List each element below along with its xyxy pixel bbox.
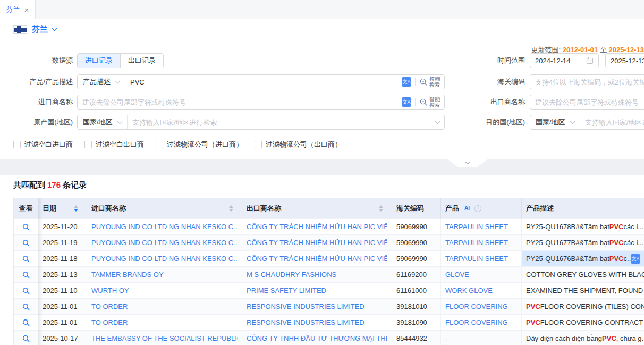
data-source-option[interactable]: 进口记录 <box>78 54 120 68</box>
chevron-down-icon[interactable] <box>435 119 440 124</box>
results-table: 查看 日期 进口商名称 出口商名称 海关编码 产品 AI i <box>13 198 644 345</box>
translate-icon[interactable]: 文A <box>402 97 411 107</box>
country-header[interactable]: 芬兰 <box>13 24 56 35</box>
importer-link[interactable]: TO ORDER <box>91 302 128 310</box>
exporter-cell: M S CHAUDHRY FASHIONS <box>242 267 392 282</box>
importer-link[interactable]: WURTH OY <box>91 287 129 294</box>
hs-code-input[interactable] <box>530 74 644 89</box>
header-product: 产品 AI i <box>441 198 522 218</box>
tab-close-icon[interactable]: × <box>24 6 29 14</box>
tab-label: 芬兰 <box>6 5 20 14</box>
importer-cell: TO ORDER <box>87 315 242 330</box>
exporter-cell: CÔNG TY TNHH ĐẦU TƯ THƯƠNG MẠI THI... <box>242 331 392 345</box>
origin-country-input[interactable] <box>128 115 436 129</box>
checkbox-box-icon[interactable] <box>84 141 92 148</box>
product-link[interactable]: TARPAULIN SHEET <box>445 223 508 231</box>
filter-checkbox[interactable]: 过滤空白出口商 <box>84 140 144 149</box>
checkbox-box-icon[interactable] <box>13 141 21 148</box>
sort-icons-exporter[interactable] <box>379 205 383 212</box>
importer-cell: THE EMBASSY OF THE SOCIALIST REPUBLIC... <box>87 331 242 345</box>
date-from-input[interactable]: 2024-12-14 <box>530 53 599 68</box>
hs-code-cell: 61161000 <box>392 283 441 298</box>
product-cell: TARPAULIN SHEET <box>441 235 522 250</box>
date-cell: 2025-11-01 <box>38 315 87 330</box>
product-link[interactable]: TARPAULIN SHEET <box>445 239 508 247</box>
description-text: PY25-QU1678B#&Tấm bạt <box>526 223 609 231</box>
fuzzy-search-button[interactable]: 模糊 搜索 <box>419 77 440 88</box>
update-range-to: 2025-12-13 <box>609 46 644 54</box>
importer-link[interactable]: PUYOUNG IND CO LTD NG NHAN KESKO C... <box>91 239 238 247</box>
origin-country-select[interactable]: 国家/地区 <box>78 115 128 129</box>
view-detail-button[interactable] <box>14 315 38 330</box>
exporter-cell: PRIME SAFETY LIMITED <box>242 283 392 298</box>
description-cell: COTTON GREY GLOVES WITH BLACK... <box>522 267 644 282</box>
importer-link[interactable]: THE EMBASSY OF THE SOCIALIST REPUBLIC... <box>91 334 238 342</box>
importer-link[interactable]: PUYOUNG IND CO LTD NG NHAN KESKO C... <box>91 255 238 263</box>
product-search-input[interactable] <box>125 75 397 89</box>
product-type-select[interactable]: 产品描述 <box>78 75 125 89</box>
exporter-name-input[interactable] <box>530 95 644 110</box>
data-source-label: 数据源 <box>4 53 73 68</box>
destination-country-input[interactable] <box>580 115 644 129</box>
exporter-cell: RESPONSIVE INDUSTRIES LIMITED <box>242 315 392 330</box>
magnifier-icon <box>419 98 428 106</box>
filter-checkbox[interactable]: 过滤物流公司（出口商） <box>255 140 342 149</box>
exporter-cell: CÔNG TY TRÁCH NHIỆM HỮU HẠN PIC VIỆ... <box>242 251 392 266</box>
view-detail-button[interactable] <box>14 235 38 250</box>
filter-checkbox[interactable]: 过滤物流公司（进口商） <box>156 140 243 149</box>
exporter-link[interactable]: PRIME SAFETY LIMITED <box>247 287 326 294</box>
product-link[interactable]: TARPAULIN SHEET <box>445 255 508 263</box>
view-detail-button[interactable] <box>14 219 38 234</box>
keyword-highlight: PVC <box>602 334 616 342</box>
info-icon[interactable]: i <box>474 205 481 212</box>
panel-gap-band <box>0 159 644 175</box>
product-link[interactable]: WORK GLOVE <box>445 287 493 294</box>
importer-link[interactable]: TO ORDER <box>91 318 128 326</box>
translate-icon[interactable]: 文A <box>402 77 411 87</box>
description-text: COTTON GREY GLOVES WITH BLACK... <box>526 271 644 279</box>
checkbox-box-icon[interactable] <box>156 141 163 148</box>
header-importer[interactable]: 进口商名称 <box>87 198 242 218</box>
exporter-link[interactable]: CÔNG TY TRÁCH NHIỆM HỮU HẠN PIC VIỆ... <box>247 255 387 263</box>
product-link[interactable]: FLOOR COVERING <box>445 302 508 310</box>
chevron-down-icon[interactable] <box>52 26 57 31</box>
exporter-link[interactable]: CÔNG TY TNHH ĐẦU TƯ THƯƠNG MẠI THI... <box>247 334 387 342</box>
header-exporter[interactable]: 出口商名称 <box>242 198 392 218</box>
date-to-input[interactable]: 2025-12-13 <box>605 53 644 68</box>
checkbox-box-icon[interactable] <box>255 141 262 148</box>
view-detail-button[interactable] <box>14 251 38 266</box>
product-link[interactable]: GLOVE <box>445 271 469 279</box>
description-text: Dây điện cách điện bằng <box>526 334 602 342</box>
exporter-link[interactable]: RESPONSIVE INDUSTRIES LIMITED <box>247 302 365 310</box>
tab-finland[interactable]: 芬兰 × <box>0 0 36 19</box>
importer-name-input[interactable] <box>78 95 397 109</box>
destination-country-group: 国家/地区 <box>530 115 644 130</box>
exporter-link[interactable]: RESPONSIVE INDUSTRIES LIMITED <box>247 318 365 326</box>
description-cell: PY25-QU1677B#&Tấm bạt PVC các l... <box>522 235 644 250</box>
exporter-link[interactable]: M S CHAUDHRY FASHIONS <box>247 271 336 279</box>
product-link[interactable]: FLOOR COVERING <box>445 318 508 326</box>
destination-country-select[interactable]: 国家/地区 <box>530 115 580 129</box>
exporter-label: 出口商名称 <box>456 95 525 110</box>
exporter-link[interactable]: CÔNG TY TRÁCH NHIỆM HỮU HẠN PIC VIỆ... <box>247 223 387 231</box>
table-row: 2025-11-13TAMMER BRANDS OYM S CHAUDHRY F… <box>14 266 644 282</box>
translate-icon[interactable]: 文A <box>631 254 640 264</box>
table-row: 2025-11-01TO ORDERRESPONSIVE INDUSTRIES … <box>14 314 644 330</box>
update-range-word: 至 <box>600 46 607 54</box>
sort-icons-importer[interactable] <box>229 205 233 212</box>
header-date[interactable]: 日期 <box>38 198 87 218</box>
importer-link[interactable]: TAMMER BRANDS OY <box>91 271 164 279</box>
view-detail-button[interactable] <box>14 299 38 314</box>
date-to-value: 2025-12-13 <box>611 57 644 65</box>
view-detail-button[interactable] <box>14 267 38 282</box>
sort-icons-date[interactable] <box>74 205 78 212</box>
date-cell: 2025-10-17 <box>38 331 87 345</box>
view-detail-button[interactable] <box>14 331 38 345</box>
data-source-option[interactable]: 出口记录 <box>120 54 163 68</box>
view-detail-button[interactable] <box>14 283 38 298</box>
smart-search-button[interactable]: 智能 搜索 <box>419 97 440 108</box>
product-cell: FLOOR COVERING <box>441 315 522 330</box>
filter-checkbox[interactable]: 过滤空白进口商 <box>13 140 73 149</box>
exporter-link[interactable]: CÔNG TY TRÁCH NHIỆM HỮU HẠN PIC VIỆ... <box>247 239 387 247</box>
importer-link[interactable]: PUYOUNG IND CO LTD NG NHAN KESKO C... <box>91 223 238 231</box>
